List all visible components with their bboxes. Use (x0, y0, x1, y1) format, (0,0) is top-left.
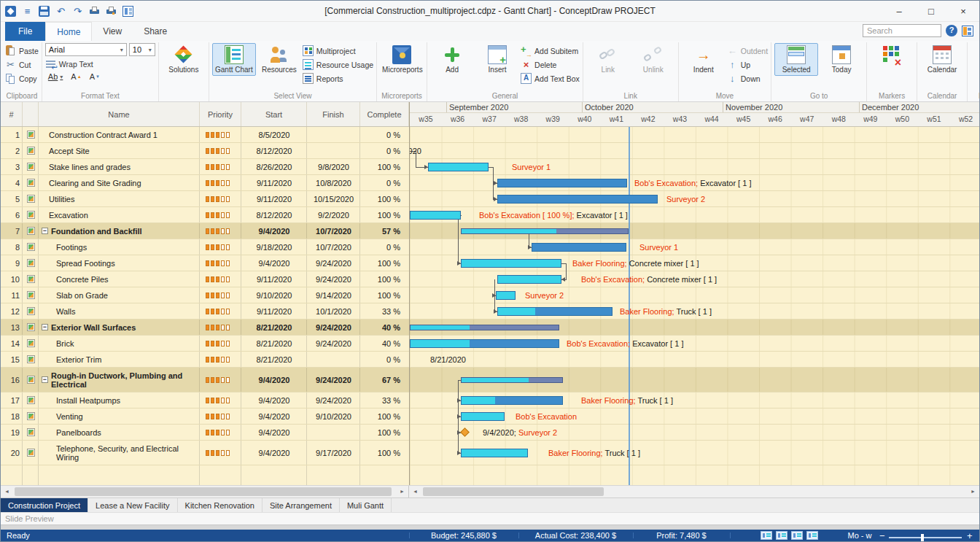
close-button[interactable]: × (947, 1, 979, 21)
microreports-button[interactable]: Microreports (380, 43, 424, 76)
start-date-cell[interactable]: 8/26/2020 (241, 163, 307, 171)
sheet-tab-site-arrangement[interactable]: Site Arrangement (262, 498, 340, 512)
sheet-tab-construction-project[interactable]: Construction Project (1, 498, 88, 512)
task-row-5[interactable]: 5Utilities9/11/202010/15/2020100 % (1, 191, 409, 207)
task-row-8[interactable]: 8Footings9/18/202010/7/20200 % (1, 239, 409, 255)
finish-date-cell[interactable]: 10/7/2020 (307, 243, 360, 252)
task-name-cell[interactable]: Footings (39, 243, 200, 252)
collapse-icon[interactable]: − (42, 324, 48, 330)
up-button[interactable]: ↑Up (727, 59, 768, 70)
start-date-cell[interactable]: 9/10/2020 (241, 291, 307, 300)
start-date-cell[interactable]: 8/12/2020 (241, 147, 307, 155)
wrap-text-button[interactable]: Wrap Text (45, 58, 93, 69)
task-bar[interactable] (410, 339, 559, 348)
task-name-cell[interactable]: Concrete Piles (39, 275, 200, 284)
priority-cell[interactable] (200, 309, 241, 314)
sheet-tab-muli-gantt[interactable]: Muli Gantt (340, 498, 392, 512)
priority-cell[interactable] (200, 180, 241, 186)
priority-cell[interactable] (200, 244, 241, 250)
scroll-left-icon[interactable]: ◄ (1, 486, 13, 498)
complete-cell[interactable]: 40 % (360, 339, 409, 348)
task-name-cell[interactable]: Install Heatpumps (39, 396, 200, 405)
finish-date-cell[interactable]: 10/1/2020 (307, 307, 360, 316)
task-bar[interactable] (497, 179, 627, 187)
task-bar[interactable] (497, 275, 561, 284)
zoom-slider[interactable] (889, 537, 962, 538)
start-date-cell[interactable]: 8/21/2020 (241, 355, 307, 364)
task-row-17[interactable]: 17Install Heatpumps9/4/20209/24/202033 % (1, 392, 409, 409)
task-row-12[interactable]: 12Walls9/11/202010/1/202033 % (1, 303, 409, 320)
add-button[interactable]: Add (430, 43, 474, 76)
start-date-cell[interactable]: 8/5/2020 (241, 131, 307, 139)
complete-cell[interactable]: 100 % (360, 275, 409, 284)
start-date-cell[interactable]: 9/11/2020 (241, 275, 307, 284)
task-name-cell[interactable]: Excavation (39, 211, 200, 220)
priority-cell[interactable] (200, 450, 241, 456)
start-date-cell[interactable]: 8/21/2020 (241, 323, 307, 332)
task-bar[interactable] (410, 211, 461, 220)
complete-cell[interactable]: 100 % (360, 412, 409, 421)
finish-date-cell[interactable]: 10/8/2020 (307, 179, 360, 187)
sheet-tab-lease-a-new-facility[interactable]: Lease a New Facility (88, 498, 178, 512)
print-button[interactable] (89, 6, 100, 17)
go-to-selected-button[interactable]: Selected (774, 43, 818, 76)
task-row-7[interactable]: 7−Foundation and Backfill9/4/202010/7/20… (1, 223, 409, 239)
unlink-button[interactable]: Unlink (631, 43, 675, 76)
complete-cell[interactable]: 100 % (360, 449, 409, 457)
task-row-10[interactable]: 10Concrete Piles9/11/20209/24/2020100 % (1, 271, 409, 287)
summary-bar[interactable] (461, 228, 629, 234)
start-date-cell[interactable]: 9/4/2020 (241, 259, 307, 268)
outdent-button[interactable]: ←Outdent (727, 45, 768, 56)
collapse-icon[interactable]: − (42, 376, 48, 383)
scrollbar-thumb[interactable] (15, 487, 392, 496)
tab-home[interactable]: Home (45, 22, 92, 41)
priority-cell[interactable] (200, 228, 241, 234)
priority-cell[interactable] (200, 212, 241, 218)
complete-cell[interactable]: 0 % (360, 355, 409, 364)
priority-cell[interactable] (200, 398, 241, 403)
multiproject-button[interactable]: Multiproject (303, 45, 373, 56)
start-date-cell[interactable]: 9/11/2020 (241, 307, 307, 316)
complete-cell[interactable]: 100 % (360, 195, 409, 204)
scroll-right-icon[interactable]: ► (967, 486, 979, 498)
task-bar[interactable] (497, 307, 612, 316)
save-button[interactable] (39, 6, 50, 17)
scrollbar-track[interactable] (13, 486, 396, 498)
task-bar[interactable] (461, 259, 561, 268)
task-name-cell[interactable]: Utilities (39, 195, 200, 204)
finish-date-cell[interactable]: 10/7/2020 (307, 227, 360, 236)
task-bar[interactable] (428, 163, 489, 171)
finish-date-cell[interactable]: 9/24/2020 (307, 323, 360, 332)
task-row-14[interactable]: 14Brick8/21/20209/24/202040 % (1, 336, 409, 352)
indent-button[interactable]: →Indent (682, 43, 726, 76)
task-bar[interactable] (461, 396, 563, 405)
usage-view-icon[interactable] (806, 531, 818, 540)
finish-date-cell[interactable]: 9/24/2020 (307, 259, 360, 268)
grow-font-button[interactable]: A (68, 71, 84, 82)
app-button[interactable] (5, 6, 16, 17)
search-input[interactable] (863, 24, 941, 37)
task-row-16[interactable]: 16−Rough-in Ductwork, Plumbing and Elect… (1, 368, 409, 392)
underline-style-button[interactable]: Ab (45, 71, 66, 82)
delete-button[interactable]: ×Delete (521, 59, 580, 70)
finish-date-cell[interactable]: 9/24/2020 (307, 275, 360, 284)
ribbon-options-icon[interactable] (962, 26, 973, 36)
font-family-select[interactable]: Arial (45, 43, 127, 56)
finish-date-cell[interactable]: 9/14/2020 (307, 291, 360, 300)
complete-cell[interactable]: 100 % (360, 291, 409, 300)
complete-cell[interactable]: 0 % (360, 243, 409, 252)
scrollbar-track[interactable] (421, 486, 967, 498)
start-date-cell[interactable]: 8/12/2020 (241, 211, 307, 220)
start-date-cell[interactable]: 9/4/2020 (241, 376, 307, 384)
insert-button[interactable]: Insert (475, 43, 519, 76)
tab-file[interactable]: File (5, 22, 45, 41)
start-date-cell[interactable]: 9/4/2020 (241, 396, 307, 405)
task-row-9[interactable]: 9Spread Footings9/4/20209/24/2020100 % (1, 255, 409, 271)
finish-date-cell[interactable]: 9/17/2020 (307, 449, 360, 457)
complete-cell[interactable]: 40 % (360, 323, 409, 332)
finish-date-cell[interactable]: 9/24/2020 (307, 339, 360, 348)
complete-cell[interactable]: 100 % (360, 428, 409, 437)
finish-date-cell[interactable]: 9/24/2020 (307, 376, 360, 384)
print-preview-button[interactable] (106, 6, 117, 17)
task-row-4[interactable]: 4Clearing and Site Grading9/11/202010/8/… (1, 175, 409, 191)
